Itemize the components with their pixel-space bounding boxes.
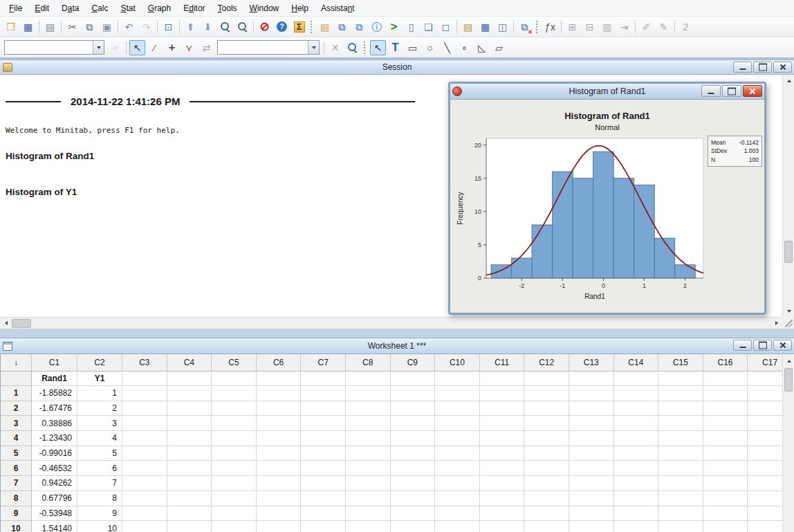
worksheet-cell[interactable]: [391, 446, 436, 461]
worksheet-cell[interactable]: [212, 446, 257, 461]
worksheet-cell[interactable]: [480, 431, 525, 446]
menu-assistant[interactable]: Assistant: [315, 1, 361, 16]
worksheet-cell[interactable]: [524, 491, 569, 506]
row-number[interactable]: 3: [1, 416, 32, 431]
worksheet-cell[interactable]: [569, 416, 614, 431]
minimize-button[interactable]: [733, 340, 752, 351]
column-name-c13[interactable]: [569, 372, 614, 386]
worksheet-cell[interactable]: [346, 491, 391, 506]
worksheet-cell[interactable]: 0.67796: [32, 491, 77, 506]
menu-help[interactable]: Help: [285, 1, 315, 16]
find-next-button[interactable]: [234, 19, 250, 35]
worksheet-cell[interactable]: [569, 476, 614, 491]
worksheet-cell[interactable]: [257, 476, 302, 491]
session-horizontal-scrollbar[interactable]: [0, 317, 782, 329]
column-name-c6[interactable]: [257, 372, 302, 386]
redo-button[interactable]: ↷: [138, 19, 154, 35]
worksheet-cell[interactable]: [301, 401, 346, 416]
worksheet-cell[interactable]: 1.54140: [32, 521, 77, 532]
worksheet-cell[interactable]: [435, 446, 480, 461]
worksheet-cell[interactable]: [212, 401, 257, 416]
worksheet-cell[interactable]: [524, 401, 569, 416]
column-header-c5[interactable]: C5: [212, 354, 257, 372]
worksheet-cell[interactable]: [524, 416, 569, 431]
worksheet-cell[interactable]: [614, 416, 659, 431]
worksheet-cell[interactable]: [167, 446, 212, 461]
worksheet-cell[interactable]: [480, 506, 525, 522]
worksheet-cell[interactable]: [167, 476, 212, 491]
worksheet-cell[interactable]: -1.85882: [32, 386, 77, 401]
worksheet-cell[interactable]: [122, 401, 167, 416]
column-header-c1[interactable]: C1: [32, 354, 77, 372]
annotation-brush-button[interactable]: ✑: [107, 40, 123, 55]
worksheet-cell[interactable]: [435, 431, 480, 446]
scroll-down-button[interactable]: [783, 305, 794, 317]
stat-guide-button[interactable]: Σ: [291, 19, 307, 35]
worksheet-cell[interactable]: [614, 521, 659, 532]
worksheet-cell[interactable]: [167, 491, 212, 506]
worksheet-cell[interactable]: [346, 446, 391, 461]
worksheet-cell[interactable]: [122, 491, 167, 506]
worksheet-cell[interactable]: 8: [77, 491, 122, 506]
worksheet-cell[interactable]: [391, 431, 436, 446]
worksheet-cell[interactable]: [658, 506, 703, 522]
combo-dropdown-button[interactable]: [308, 41, 319, 54]
worksheet-cell[interactable]: 3: [77, 416, 122, 431]
row-number[interactable]: 5: [1, 446, 32, 461]
worksheet-cell[interactable]: [524, 431, 569, 446]
worksheet-cell[interactable]: [569, 401, 614, 416]
worksheet-cell[interactable]: [212, 521, 257, 532]
worksheet-cell[interactable]: [658, 416, 703, 431]
worksheet-cell[interactable]: [391, 476, 436, 491]
worksheet-cell[interactable]: [212, 386, 257, 401]
column-name-c9[interactable]: [391, 372, 436, 386]
column-header-c15[interactable]: C15: [658, 354, 703, 372]
column-header-c12[interactable]: C12: [524, 354, 569, 372]
insert-cells-button[interactable]: ⊞: [564, 19, 580, 35]
worksheet-cell[interactable]: [658, 491, 703, 506]
worksheet-cell[interactable]: [480, 461, 525, 476]
row-number[interactable]: 4: [1, 431, 32, 446]
cancel-button[interactable]: ⊘: [257, 19, 273, 35]
worksheet-cell[interactable]: [614, 506, 659, 522]
worksheet-cell[interactable]: [703, 461, 748, 476]
edit-last-dialog-button[interactable]: ⊡: [160, 19, 176, 35]
worksheet-cell[interactable]: [703, 446, 748, 461]
undo-button[interactable]: ↶: [121, 19, 137, 35]
menu-edit[interactable]: Edit: [28, 1, 55, 16]
worksheet-cell[interactable]: [524, 386, 569, 401]
worksheet-cell[interactable]: [346, 476, 391, 491]
worksheet-cell[interactable]: [257, 521, 302, 532]
column-name-c5[interactable]: [212, 372, 257, 386]
paste-button[interactable]: ▣: [99, 19, 115, 35]
show-session-folder-button[interactable]: ▤: [317, 19, 333, 35]
row-number[interactable]: 9: [1, 506, 32, 522]
worksheet-cell[interactable]: [435, 476, 480, 491]
rectangle-tool-button[interactable]: ▭: [405, 40, 421, 55]
scrollbar-thumb[interactable]: [12, 319, 31, 328]
scrollbar-thumb[interactable]: [784, 241, 793, 263]
worksheet-cell[interactable]: [703, 416, 748, 431]
worksheet-cell[interactable]: [569, 461, 614, 476]
scroll-right-button[interactable]: [770, 318, 782, 329]
zoom-button[interactable]: [344, 40, 360, 55]
crosshairs-button[interactable]: +: [164, 40, 180, 55]
worksheet-cell[interactable]: [212, 476, 257, 491]
column-name-c1[interactable]: Rand1: [32, 372, 77, 386]
menu-file[interactable]: File: [3, 1, 28, 16]
new-graph-button[interactable]: ❏: [421, 19, 436, 35]
scroll-up-button[interactable]: [783, 355, 794, 367]
move-columns-button[interactable]: ⇥: [616, 19, 632, 35]
column-header-c14[interactable]: C14: [614, 354, 659, 372]
worksheet-cell[interactable]: [480, 476, 525, 491]
worksheet-cell[interactable]: [167, 386, 212, 401]
graph-selector-combo[interactable]: [4, 40, 104, 55]
print-button[interactable]: ▤: [42, 19, 58, 35]
worksheet-cell[interactable]: [167, 521, 212, 532]
worksheet-cell[interactable]: [257, 506, 302, 522]
worksheet-cell[interactable]: [480, 386, 525, 401]
worksheet-cell[interactable]: 0.94262: [32, 476, 77, 491]
combo-dropdown-button[interactable]: [93, 41, 104, 54]
close-button[interactable]: [773, 62, 792, 73]
worksheet-cell[interactable]: -0.46532: [32, 461, 77, 476]
